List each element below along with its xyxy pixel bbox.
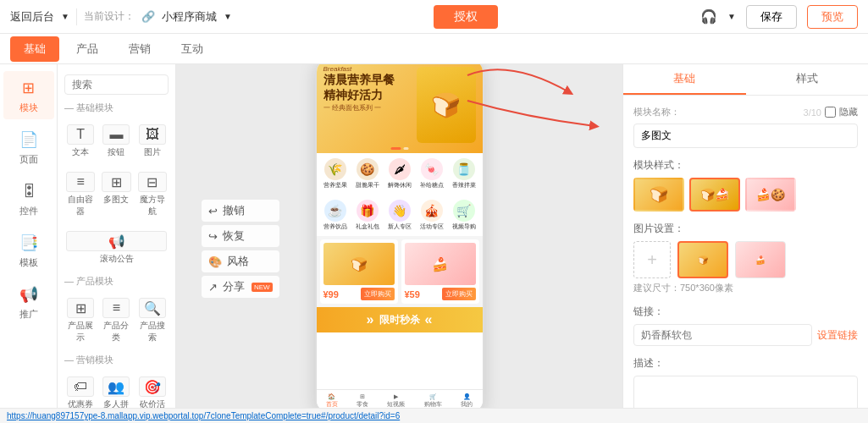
- module-product-category[interactable]: ≡ 产品分类: [100, 294, 132, 347]
- sidebar-item-promote[interactable]: 📢 推广: [3, 277, 54, 326]
- hide-checkbox[interactable]: [825, 107, 836, 118]
- share-label: 分享: [223, 279, 245, 294]
- tab-basic[interactable]: 基础: [10, 36, 59, 62]
- snack-nav-icon: ⊞: [360, 393, 365, 400]
- main-layout: ⊞ 模块 📄 页面 🎛 控件 📑 模板 📢 推广 — 基础模块 T 文本: [0, 64, 868, 408]
- product-module-grid: ⊞ 产品展示 ≡ 产品分类 🔍 产品搜索: [58, 291, 175, 350]
- sidebar-item-label-control: 控件: [19, 205, 38, 217]
- module-product-search[interactable]: 🔍 产品搜索: [136, 294, 169, 347]
- auth-button[interactable]: 授权: [434, 5, 498, 29]
- image-thumb-2[interactable]: 🍰: [735, 241, 786, 278]
- dropdown-icon[interactable]: ▼: [61, 12, 69, 21]
- video-nav-label: 短视频: [387, 400, 405, 408]
- cat-new[interactable]: 👋 新人专区: [384, 198, 415, 233]
- cat-drink[interactable]: ☕ 营养饮品: [320, 198, 351, 233]
- module-bargain[interactable]: 🎯 砍价活动: [136, 373, 169, 408]
- buy-button-2[interactable]: 立即购买: [442, 288, 476, 300]
- current-design-label: 当前设计：: [84, 9, 135, 24]
- module-free-container[interactable]: ≡ 自由容器: [64, 168, 97, 221]
- product-search-icon: 🔍: [139, 298, 166, 318]
- help-icon[interactable]: 🎧: [700, 8, 717, 25]
- nuts-label: 营养坚果: [323, 181, 347, 190]
- buy-button-1[interactable]: 立即购买: [361, 288, 395, 300]
- gift-icon: 🎁: [357, 200, 379, 222]
- product-price-1: ¥99: [323, 289, 339, 299]
- status-url[interactable]: https://huang897157ype-8.mallapp.vip.web…: [7, 411, 400, 420]
- module-image[interactable]: 🖼 图片: [136, 121, 169, 162]
- snack-icon: 🌶: [389, 158, 411, 180]
- flash-sale-banner[interactable]: » 限时秒杀 «: [317, 307, 483, 332]
- module-magic-nav[interactable]: ⊟ 魔方导航: [136, 168, 169, 221]
- cat-spicy[interactable]: 🫙 香辣拌菜: [449, 157, 479, 191]
- cat-nuts[interactable]: 🌾 营养坚果: [320, 157, 351, 191]
- product-info-1: ¥99 立即购买: [323, 288, 395, 300]
- char-count: 3/10: [804, 107, 821, 118]
- phone-nav: 🏠 首页 ⊞ 零食 ▶ 短视频 🛒 购物车: [317, 389, 483, 408]
- back-section: 返回后台 ▼ 当前设计： 🔗 小程序商城 ▼: [10, 8, 232, 25]
- module-button[interactable]: ▬ 按钮: [100, 121, 132, 162]
- cat-video[interactable]: 🛒 视频导购: [449, 198, 479, 233]
- tab-marketing[interactable]: 营销: [115, 36, 164, 62]
- module-group-buy[interactable]: 👥 多人拼团: [100, 373, 132, 408]
- right-panel: 基础 样式 模块名称： 3/10 隐藏 多图文: [622, 64, 868, 408]
- help-dropdown[interactable]: ▼: [727, 12, 736, 21]
- style-thumb-icon-1: 🍞: [650, 185, 668, 204]
- set-link-button[interactable]: 设置链接: [817, 328, 858, 343]
- control-icon: 🎛: [17, 179, 41, 203]
- cat-candy[interactable]: 🍬 补给糖点: [417, 157, 447, 191]
- nav-snack[interactable]: ⊞ 零食: [357, 393, 368, 408]
- sidebar-item-page[interactable]: 📄 页面: [3, 123, 54, 171]
- category-grid-2: ☕ 营养饮品 🎁 礼盒礼包 👋 新人专区 🎪 活动专区: [317, 195, 483, 236]
- module-coupon[interactable]: 🏷 优惠券: [64, 373, 97, 408]
- image-thumb-1[interactable]: 🍞: [677, 241, 728, 278]
- right-tab-basic[interactable]: 基础: [623, 64, 746, 95]
- module-scroll-notice[interactable]: 📢 滚动公告: [64, 228, 169, 268]
- image-setting-label: 图片设置：: [633, 222, 858, 236]
- nav-video[interactable]: ▶ 短视频: [387, 393, 405, 408]
- add-image-button[interactable]: +: [633, 241, 671, 278]
- undo-button[interactable]: ↩ 撤销: [202, 200, 279, 222]
- text-icon: T: [67, 124, 94, 145]
- style-thumb-3[interactable]: 🍰🍪: [745, 178, 796, 212]
- sidebar-item-label-module: 模块: [19, 102, 38, 114]
- right-tab-style[interactable]: 样式: [746, 64, 869, 95]
- cat-gift[interactable]: 🎁 礼盒礼包: [352, 198, 383, 233]
- redo-button[interactable]: ↪ 恢复: [202, 225, 279, 247]
- nav-mine[interactable]: 👤 我的: [461, 393, 473, 408]
- tab-interaction[interactable]: 互动: [168, 36, 217, 62]
- coupon-icon: 🏷: [67, 376, 94, 397]
- tab-product[interactable]: 产品: [63, 36, 112, 62]
- product-display-icon: ⊞: [67, 298, 94, 318]
- page-icon: 📄: [17, 128, 41, 151]
- nav-cart[interactable]: 🛒 购物车: [424, 393, 442, 408]
- style-thumb-icon-3: 🍰🍪: [756, 188, 785, 201]
- style-thumb-2[interactable]: 🍞🍰: [689, 178, 740, 212]
- sidebar-item-module[interactable]: ⊞ 模块: [3, 71, 54, 119]
- preview-button[interactable]: 预览: [807, 5, 858, 29]
- cat-event[interactable]: 🎪 活动专区: [417, 198, 447, 233]
- product-card-2[interactable]: 🍰 ¥59 立即购买: [401, 239, 479, 304]
- cat-snack[interactable]: 🌶 解馋休闲: [384, 157, 415, 191]
- share-button[interactable]: ↗ 分享 NEW: [202, 276, 279, 298]
- desc-textarea[interactable]: [633, 376, 858, 408]
- new-icon: 👋: [389, 200, 411, 222]
- product-card-1[interactable]: 🍞 ¥99 立即购买: [320, 239, 398, 304]
- back-button[interactable]: 返回后台: [10, 9, 54, 25]
- home-icon: 🏠: [328, 393, 335, 400]
- module-text[interactable]: T 文本: [64, 121, 97, 162]
- cat-dried[interactable]: 🍪 甜脆果干: [352, 157, 383, 191]
- nav-home[interactable]: 🏠 首页: [326, 393, 338, 408]
- module-multi-image[interactable]: ⊞ 多图文: [100, 168, 132, 221]
- search-input[interactable]: [64, 74, 169, 95]
- button-icon: ▬: [102, 124, 130, 145]
- sidebar-item-control[interactable]: 🎛 控件: [3, 174, 54, 222]
- design-dropdown-icon[interactable]: ▼: [224, 12, 232, 21]
- style-button[interactable]: 🎨 风格: [202, 250, 279, 272]
- save-button[interactable]: 保存: [746, 5, 797, 29]
- style-thumb-1[interactable]: 🍞: [633, 178, 684, 212]
- sidebar-item-template[interactable]: 📑 模板: [3, 226, 54, 274]
- module-product-display[interactable]: ⊞ 产品展示: [64, 294, 97, 347]
- sidebar-item-label-promote: 推广: [19, 308, 38, 321]
- link-input-field[interactable]: [633, 324, 812, 346]
- product-image-2: 🍰: [405, 243, 476, 285]
